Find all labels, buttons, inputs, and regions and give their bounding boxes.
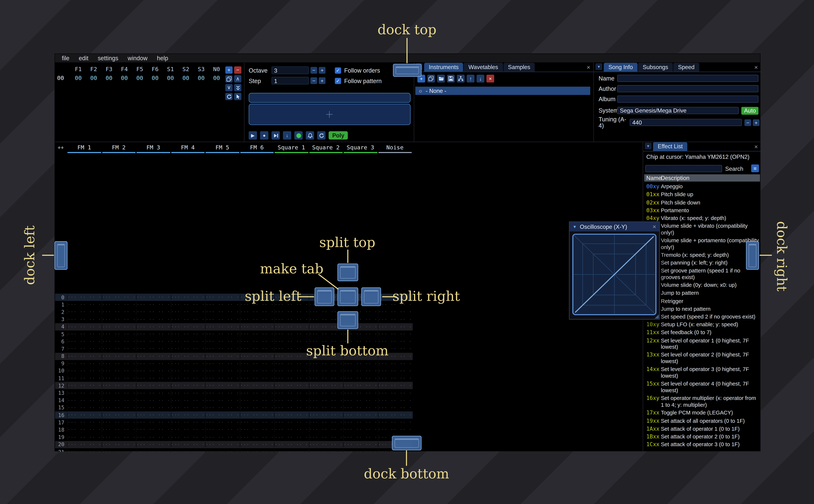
pattern-cell[interactable]: ··· ·· ·· ··· — [170, 354, 205, 359]
pattern-cell[interactable]: ··· ·· ·· ··· — [240, 420, 274, 425]
instruments-tab[interactable]: Wavetables — [464, 63, 503, 72]
octave-increase-button[interactable]: + — [319, 67, 325, 74]
split-left-target[interactable] — [315, 287, 334, 306]
effect-row[interactable]: 12xx Set level of operator 1 (0 highest,… — [644, 336, 761, 351]
effect-row[interactable]: 07xy Tremolo (x: speed; y: depth) — [644, 251, 761, 259]
effect-row[interactable]: 19xx Set attack of all operators (0 to 1… — [644, 417, 761, 425]
pattern-row[interactable]: 16··· ·· ·· ······ ·· ·· ······ ·· ·· ··… — [55, 411, 413, 419]
pattern-cell[interactable]: ··· ·· ·· ··· — [274, 449, 308, 452]
pattern-cell[interactable]: ··· ·· ·· ··· — [343, 412, 378, 418]
octave-decrease-button[interactable]: − — [310, 67, 317, 74]
pattern-cell[interactable]: ··· ·· ·· ··· — [102, 332, 136, 337]
pattern-cell[interactable]: ··· ·· ·· ··· — [67, 442, 101, 447]
pattern-cell[interactable]: ··· ·· ·· ··· — [67, 383, 101, 388]
instrument-list-item[interactable]: ○ - None - — [415, 87, 590, 95]
play-button[interactable]: ▶ — [249, 131, 257, 140]
pattern-cell[interactable]: ··· ·· ·· ··· — [378, 398, 412, 403]
pattern-cell[interactable]: ··· ·· ·· ··· — [378, 383, 412, 388]
pattern-row[interactable]: 17··· ·· ·· ······ ·· ·· ······ ·· ·· ··… — [55, 419, 413, 426]
pattern-cell[interactable]: ··· ·· ·· ··· — [343, 449, 378, 452]
order-pattern-value[interactable]: 00 — [71, 75, 86, 82]
pattern-cell[interactable]: ··· ·· ·· ··· — [170, 295, 205, 300]
play-row-button[interactable] — [271, 131, 280, 140]
pattern-cell[interactable]: ··· ·· ·· ··· — [308, 383, 343, 388]
pattern-cell[interactable]: ··· ·· ·· ··· — [67, 332, 101, 337]
pattern-cell[interactable]: ··· ·· ·· ··· — [343, 383, 378, 388]
pattern-cell[interactable]: ··· ·· ·· ··· — [205, 449, 239, 452]
move-order-up-button[interactable]: ∧ — [234, 75, 241, 82]
pattern-cell[interactable]: ··· ·· ·· ··· — [136, 390, 170, 395]
pattern-cell[interactable]: ··· ·· ·· ··· — [240, 442, 274, 447]
effect-row[interactable]: 15xx Set level of operator 4 (0 highest,… — [644, 380, 761, 394]
make-tab-target[interactable] — [337, 287, 358, 306]
pattern-row[interactable]: 1··· ·· ·· ······ ·· ·· ······ ·· ·· ···… — [55, 301, 413, 308]
pattern-cell[interactable]: ··· ·· ·· ··· — [274, 383, 308, 388]
pattern-row[interactable]: 4··· ·· ·· ······ ·· ·· ······ ·· ·· ···… — [55, 323, 413, 330]
pattern-cell[interactable]: ··· ·· ·· ··· — [136, 361, 170, 366]
pattern-cell[interactable]: ··· ·· ·· ··· — [67, 346, 101, 351]
orders-channel-header[interactable]: F5 — [132, 66, 147, 73]
pattern-cell[interactable]: ··· ·· ·· ··· — [205, 398, 239, 403]
pattern-cell[interactable]: ··· ·· ·· ··· — [274, 427, 308, 432]
pattern-cell[interactable]: ··· ·· ·· ··· — [136, 449, 170, 452]
move-order-down-button[interactable]: ∨ — [225, 84, 232, 91]
order-pattern-value[interactable]: 00 — [163, 75, 178, 82]
effect-row[interactable]: 00xy Arpeggio — [644, 183, 761, 190]
pattern-row[interactable]: 0··· ·· ·· ······ ·· ·· ······ ·· ·· ···… — [55, 294, 413, 301]
pattern-cell[interactable]: ··· ·· ·· ··· — [170, 398, 205, 403]
pattern-cell[interactable]: ··· ·· ·· ··· — [274, 412, 308, 418]
split-right-target[interactable] — [361, 287, 381, 306]
pattern-cell[interactable]: ··· ·· ·· ··· — [170, 309, 205, 315]
orders-channel-header[interactable]: F2 — [86, 66, 101, 73]
pattern-cell[interactable]: ··· ·· ·· ··· — [343, 361, 378, 366]
instruments-tab[interactable]: Instruments — [424, 63, 464, 72]
effect-row[interactable]: 0Dxx Jump to next pattern — [644, 305, 761, 313]
effect-row[interactable]: 17xx Toggle PCM mode (LEGACY) — [644, 409, 761, 417]
step-one-row-button[interactable]: ↓ — [283, 131, 291, 140]
effect-row[interactable]: 13xx Set level of operator 2 (0 highest,… — [644, 351, 761, 365]
pattern-cell[interactable]: ··· ·· ·· ··· — [240, 398, 274, 403]
pattern-cell[interactable]: ··· ·· ·· ··· — [67, 449, 101, 452]
pattern-cell[interactable]: ··· ·· ·· ··· — [378, 376, 412, 381]
pattern-cell[interactable]: ··· ·· ·· ··· — [170, 442, 205, 447]
effect-row[interactable]: 06xy Volume slide + portamento (compatib… — [644, 237, 761, 251]
pattern-cell[interactable]: ··· ·· ·· ··· — [205, 435, 239, 440]
pattern-cell[interactable]: ··· ·· ·· ··· — [170, 412, 205, 418]
pattern-cell[interactable]: ··· ·· ·· ··· — [205, 427, 239, 432]
pattern-cell[interactable]: ··· ·· ·· ··· — [274, 390, 308, 395]
pattern-cell[interactable]: ··· ·· ·· ··· — [102, 398, 136, 403]
pattern-cell[interactable]: ··· ·· ·· ··· — [343, 398, 378, 403]
menu-item[interactable]: help — [152, 55, 173, 61]
pattern-cell[interactable]: ··· ·· ·· ··· — [205, 390, 239, 395]
pattern-cell[interactable]: ··· ·· ·· ··· — [102, 346, 136, 351]
pattern-cell[interactable]: ··· ·· ·· ··· — [205, 442, 239, 447]
pattern-cell[interactable]: ··· ·· ·· ··· — [308, 427, 343, 432]
effect-row[interactable]: 08xy Set panning (x: left; y: right) — [644, 259, 761, 267]
pattern-cell[interactable]: ··· ·· ·· ··· — [274, 339, 308, 344]
close-icon[interactable]: × — [754, 143, 758, 150]
pattern-cell[interactable]: ··· ·· ·· ··· — [170, 449, 205, 452]
pattern-cell[interactable]: ··· ·· ·· ··· — [67, 368, 101, 373]
pattern-cell[interactable]: ··· ·· ·· ··· — [136, 412, 170, 418]
duplicate-order-to-end-button[interactable] — [234, 84, 241, 91]
effect-row[interactable]: 1Bxx Set attack of operator 2 (0 to 1F) — [644, 433, 761, 440]
step-increase-button[interactable]: + — [319, 77, 325, 84]
pattern-cell[interactable]: ··· ·· ·· ··· — [170, 332, 205, 337]
pattern-cell[interactable]: ··· ·· ·· ··· — [343, 390, 378, 395]
pattern-cell[interactable]: ··· ·· ·· ··· — [205, 412, 239, 418]
pattern-cell[interactable]: ··· ·· ·· ··· — [102, 361, 136, 366]
pattern-row[interactable]: 2··· ·· ·· ······ ·· ·· ······ ·· ·· ···… — [55, 308, 413, 316]
pattern-cell[interactable]: ··· ·· ·· ··· — [102, 390, 136, 395]
pattern-cell[interactable]: ··· ·· ·· ··· — [67, 309, 101, 315]
orders-channel-header[interactable]: S2 — [178, 66, 193, 73]
orders-channel-header[interactable]: F1 — [71, 66, 86, 73]
effect-row[interactable]: 02xx Pitch slide down — [644, 198, 761, 206]
pattern-channel-header[interactable]: Noise — [378, 144, 412, 153]
pattern-cell[interactable]: ··· ·· ·· ··· — [170, 383, 205, 388]
orders-row[interactable]: 00 00000000000000000000 — [55, 75, 224, 82]
pattern-cell[interactable]: ··· ·· ·· ··· — [378, 412, 412, 418]
pattern-cell[interactable]: ··· ·· ·· ··· — [274, 361, 308, 366]
effect-row[interactable]: 1Axx Set attack of operator 1 (0 to 1F) — [644, 425, 761, 433]
pattern-cell[interactable]: ··· ·· ·· ··· — [102, 339, 136, 344]
pattern-channel-header[interactable]: Square 1 — [274, 144, 308, 153]
